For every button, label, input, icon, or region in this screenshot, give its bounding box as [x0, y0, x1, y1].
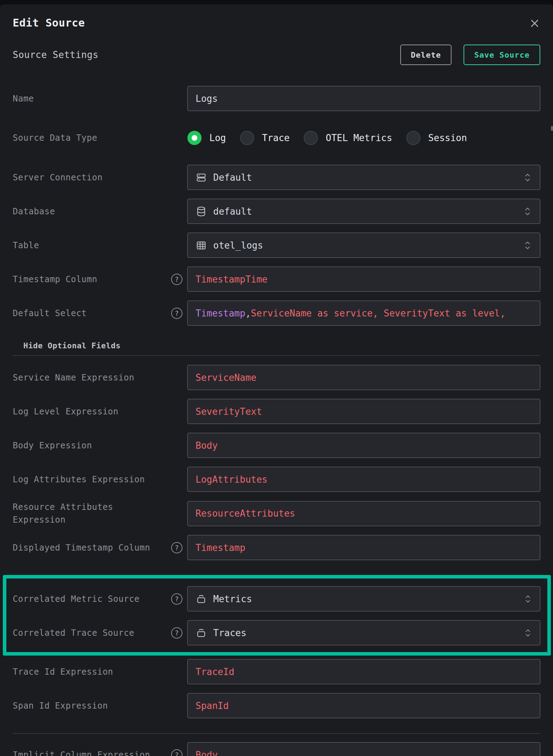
implicit-column-expression-input[interactable]: Body: [187, 742, 540, 756]
field-row-trace-id-expression: Trace Id Expression TraceId: [13, 659, 540, 684]
default-select-input[interactable]: Timestamp, ServiceName as service, Sever…: [187, 301, 540, 326]
log-level-expression-input[interactable]: SeverityText: [187, 399, 540, 424]
correlated-trace-source-select[interactable]: Traces: [187, 620, 540, 645]
section-title: Source Settings: [13, 50, 98, 60]
field-row-database: Database default: [13, 199, 540, 224]
body-expression-input[interactable]: Body: [187, 433, 540, 458]
hide-optional-fields-toggle[interactable]: Hide Optional Fields: [23, 341, 121, 351]
field-row-body-expression: Body Expression Body: [13, 433, 540, 458]
help-icon[interactable]: ?: [171, 308, 182, 319]
trace-id-expression-label: Trace Id Expression: [13, 665, 113, 678]
highlight-annotation-box: Correlated Metric Source ? Metrics: [3, 575, 551, 656]
chevron-updown-icon: [524, 594, 532, 604]
field-row-implicit-column-expression: Implicit Column Expression ? Body: [13, 742, 540, 756]
field-row-log-attributes-expression: Log Attributes Expression LogAttributes: [13, 467, 540, 492]
field-row-default-select: Default Select ? Timestamp, ServiceName …: [13, 301, 540, 326]
radio-option-log[interactable]: Log: [187, 131, 226, 145]
default-select-label: Default Select: [13, 307, 87, 320]
correlated-metric-source-label: Correlated Metric Source: [13, 593, 140, 605]
displayed-timestamp-column-label: Displayed Timestamp Column: [13, 541, 150, 554]
server-connection-select[interactable]: Default: [187, 165, 540, 190]
edit-source-modal: Edit Source Source Settings Delete Save …: [0, 4, 553, 756]
resource-attributes-expression-input[interactable]: ResourceAttributes: [187, 501, 540, 526]
log-level-expression-label: Log Level Expression: [13, 405, 118, 418]
field-row-span-id-expression: Span Id Expression SpanId: [13, 693, 540, 718]
delete-button[interactable]: Delete: [400, 45, 452, 65]
server-connection-label: Server Connection: [13, 171, 103, 184]
implicit-column-expression-label: Implicit Column Expression: [13, 749, 150, 756]
section-header: Source Settings Delete Save Source: [13, 45, 540, 65]
source-data-type-radio-group: Log Trace OTEL Metrics Session: [187, 131, 540, 145]
displayed-timestamp-column-input[interactable]: Timestamp: [187, 535, 540, 560]
chevron-updown-icon: [524, 628, 532, 638]
action-buttons: Delete Save Source: [400, 45, 540, 65]
help-icon[interactable]: ?: [171, 542, 182, 553]
database-icon: [196, 206, 207, 217]
source-data-type-label: Source Data Type: [13, 132, 97, 144]
timestamp-column-input[interactable]: TimestampTime: [187, 267, 540, 292]
source-container-icon: [196, 593, 207, 605]
field-row-log-level-expression: Log Level Expression SeverityText: [13, 399, 540, 424]
chevron-updown-icon: [523, 240, 532, 251]
correlated-trace-source-label: Correlated Trace Source: [13, 627, 134, 639]
table-select[interactable]: otel_logs: [187, 233, 540, 258]
name-input[interactable]: Logs: [187, 86, 540, 111]
log-attributes-expression-label: Log Attributes Expression: [13, 473, 145, 486]
source-container-icon: [196, 627, 207, 639]
modal-header: Edit Source: [13, 4, 540, 31]
radio-selected-icon: [187, 131, 202, 145]
close-button[interactable]: [527, 16, 542, 31]
service-name-expression-input[interactable]: ServiceName: [187, 365, 540, 390]
radio-option-session[interactable]: Session: [406, 131, 467, 145]
modal-title: Edit Source: [13, 16, 85, 30]
close-icon: [529, 18, 540, 29]
help-icon[interactable]: ?: [171, 749, 182, 756]
chevron-updown-icon: [523, 172, 532, 183]
radio-unselected-icon: [304, 131, 318, 145]
chevron-updown-icon: [523, 206, 532, 217]
label-cell: Name: [13, 92, 187, 105]
help-icon[interactable]: ?: [171, 593, 182, 605]
save-source-button[interactable]: Save Source: [464, 45, 540, 65]
radio-unselected-icon: [406, 131, 420, 145]
field-row-correlated-trace-source: Correlated Trace Source ? Traces: [13, 620, 540, 645]
field-row-name: Name Logs: [13, 86, 540, 111]
database-select[interactable]: default: [187, 199, 540, 224]
radio-option-trace[interactable]: Trace: [240, 131, 290, 145]
correlated-metric-source-select[interactable]: Metrics: [187, 586, 540, 611]
server-icon: [196, 172, 207, 183]
name-label: Name: [13, 92, 34, 105]
help-icon[interactable]: ?: [171, 627, 182, 639]
radio-option-otel-metrics[interactable]: OTEL Metrics: [304, 131, 392, 145]
span-id-expression-label: Span Id Expression: [13, 699, 108, 712]
timestamp-column-label: Timestamp Column: [13, 273, 97, 286]
resource-attributes-expression-label: Resource Attributes Expression: [13, 501, 113, 526]
field-row-displayed-timestamp-column: Displayed Timestamp Column ? Timestamp: [13, 535, 540, 560]
field-row-correlated-metric-source: Correlated Metric Source ? Metrics: [13, 586, 540, 611]
table-label: Table: [13, 239, 39, 252]
divider: [13, 733, 540, 734]
field-row-resource-attributes-expression: Resource Attributes Expression ResourceA…: [13, 501, 540, 526]
source-settings-form: Name Logs Source Data Type Log: [13, 86, 540, 756]
table-icon: [196, 240, 207, 251]
divider: [13, 355, 540, 356]
trace-id-expression-input[interactable]: TraceId: [187, 659, 540, 684]
service-name-expression-label: Service Name Expression: [13, 371, 134, 384]
field-row-timestamp-column: Timestamp Column ? TimestampTime: [13, 267, 540, 292]
help-icon[interactable]: ?: [171, 274, 182, 285]
radio-unselected-icon: [240, 131, 254, 145]
span-id-expression-input[interactable]: SpanId: [187, 693, 540, 718]
body-expression-label: Body Expression: [13, 439, 92, 452]
field-row-service-name-expression: Service Name Expression ServiceName: [13, 365, 540, 390]
database-label: Database: [13, 205, 55, 218]
scrollbar-thumb[interactable]: [551, 126, 553, 131]
field-row-source-data-type: Source Data Type Log Trace OTEL Metrics: [13, 130, 540, 145]
log-attributes-expression-input[interactable]: LogAttributes: [187, 467, 540, 492]
field-row-server-connection: Server Connection Default: [13, 165, 540, 190]
field-row-table: Table otel_logs: [13, 233, 540, 258]
